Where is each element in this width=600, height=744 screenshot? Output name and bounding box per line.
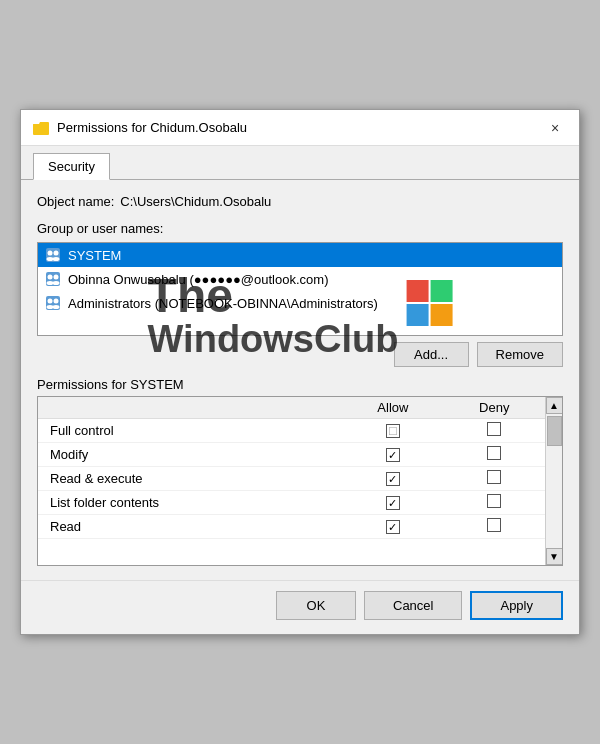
scroll-thumb[interactable] [547, 416, 562, 446]
perm-name: Read & execute [38, 467, 342, 491]
scroll-up-arrow[interactable]: ▲ [546, 397, 563, 414]
table-header-row: Allow Deny [38, 397, 545, 419]
list-item[interactable]: Administrators (NOTEBOOK-OBINNA\Administ… [38, 291, 562, 315]
svg-point-12 [48, 299, 53, 304]
allow-checkbox[interactable] [386, 448, 400, 462]
system-user-icon [44, 246, 62, 264]
table-row: List folder contents [38, 491, 545, 515]
deny-cell[interactable] [444, 467, 545, 491]
table-row: Read & execute [38, 467, 545, 491]
allow-cell[interactable] [342, 467, 443, 491]
allow-cell[interactable] [342, 443, 443, 467]
svg-point-13 [47, 305, 54, 309]
allow-cell[interactable] [342, 515, 443, 539]
scroll-down-arrow[interactable]: ▼ [546, 548, 563, 565]
object-name-value: C:\Users\Chidum.Osobalu [120, 194, 271, 209]
svg-point-10 [53, 281, 60, 285]
perm-name: Modify [38, 443, 342, 467]
title-bar: Permissions for Chidum.Osobalu × [21, 110, 579, 146]
scrollbar[interactable]: ▲ ▼ [545, 397, 562, 565]
perm-name: Read [38, 515, 342, 539]
dialog-footer: OK Cancel Apply [21, 580, 579, 634]
col-deny: Deny [444, 397, 545, 419]
deny-cell[interactable] [444, 419, 545, 443]
tab-bar: Security [21, 146, 579, 180]
allow-checkbox-indeterminate[interactable] [386, 424, 400, 438]
svg-point-2 [48, 251, 53, 256]
user-list-container: SYSTEM Obinna Onwusobalu (●●●●●●@outlook… [37, 242, 563, 336]
dialog-body: Object name: C:\Users\Chidum.Osobalu Gro… [21, 180, 579, 580]
table-row: Modify [38, 443, 545, 467]
allow-cell[interactable] [342, 491, 443, 515]
deny-cell[interactable] [444, 515, 545, 539]
permissions-dialog: Permissions for Chidum.Osobalu × Securit… [20, 109, 580, 635]
svg-point-7 [48, 275, 53, 280]
user-list-buttons: Add... Remove [37, 342, 563, 367]
col-permission [38, 397, 342, 419]
tab-security[interactable]: Security [33, 153, 110, 180]
svg-point-8 [47, 281, 54, 285]
svg-point-3 [47, 257, 54, 261]
close-button[interactable]: × [543, 116, 567, 140]
permissions-table: Allow Deny Full control [38, 397, 545, 539]
list-item[interactable]: SYSTEM [38, 243, 562, 267]
object-name-row: Object name: C:\Users\Chidum.Osobalu [37, 194, 563, 209]
deny-cell[interactable] [444, 491, 545, 515]
perm-name: Full control [38, 419, 342, 443]
svg-point-4 [54, 251, 59, 256]
svg-point-14 [54, 299, 59, 304]
allow-checkbox[interactable] [386, 496, 400, 510]
object-name-label: Object name: [37, 194, 114, 209]
apply-button[interactable]: Apply [470, 591, 563, 620]
admin-user-icon [44, 294, 62, 312]
add-button[interactable]: Add... [394, 342, 469, 367]
perm-name: List folder contents [38, 491, 342, 515]
deny-checkbox[interactable] [487, 494, 501, 508]
permissions-header: Permissions for SYSTEM [37, 377, 563, 392]
permissions-section: Permissions for SYSTEM Allow Deny [37, 377, 563, 566]
svg-point-9 [54, 275, 59, 280]
svg-point-5 [53, 257, 60, 261]
user-list[interactable]: SYSTEM Obinna Onwusobalu (●●●●●●@outlook… [37, 242, 563, 336]
remove-button[interactable]: Remove [477, 342, 563, 367]
deny-checkbox[interactable] [487, 422, 501, 436]
user-name: Obinna Onwusobalu (●●●●●●@outlook.com) [68, 272, 328, 287]
deny-checkbox[interactable] [487, 446, 501, 460]
user-name: SYSTEM [68, 248, 121, 263]
user-icon [44, 270, 62, 288]
svg-point-15 [53, 305, 60, 309]
deny-cell[interactable] [444, 443, 545, 467]
cancel-button[interactable]: Cancel [364, 591, 462, 620]
title-bar-left: Permissions for Chidum.Osobalu [33, 120, 247, 136]
allow-cell[interactable] [342, 419, 443, 443]
permissions-table-container: Allow Deny Full control [37, 396, 563, 566]
ok-button[interactable]: OK [276, 591, 356, 620]
col-allow: Allow [342, 397, 443, 419]
allow-checkbox[interactable] [386, 472, 400, 486]
permissions-table-inner: Allow Deny Full control [38, 397, 545, 565]
svg-rect-0 [33, 124, 49, 135]
folder-icon [33, 120, 49, 136]
table-row: Full control [38, 419, 545, 443]
deny-checkbox[interactable] [487, 518, 501, 532]
group-section-label: Group or user names: [37, 221, 563, 236]
dialog-title: Permissions for Chidum.Osobalu [57, 120, 247, 135]
list-item[interactable]: Obinna Onwusobalu (●●●●●●@outlook.com) [38, 267, 562, 291]
allow-checkbox[interactable] [386, 520, 400, 534]
deny-checkbox[interactable] [487, 470, 501, 484]
user-name: Administrators (NOTEBOOK-OBINNA\Administ… [68, 296, 378, 311]
table-row: Read [38, 515, 545, 539]
